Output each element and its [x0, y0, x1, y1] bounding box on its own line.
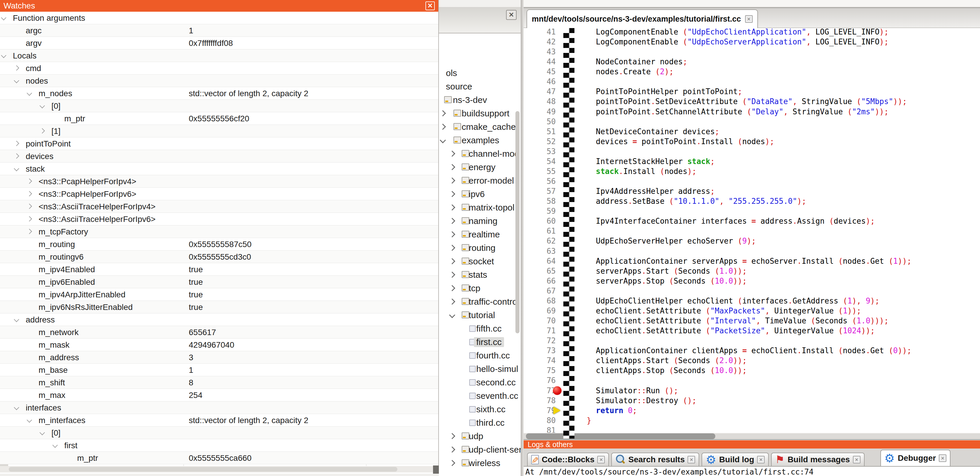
watch-row[interactable]: m_routingv60x5555555cd3c0 [0, 251, 438, 263]
code-line-77[interactable]: 77 Simulator::Run (); [523, 386, 980, 396]
breakpoint-icon[interactable] [553, 386, 562, 395]
watch-row[interactable]: m_ipv4Enabledtrue [0, 263, 438, 276]
line-number[interactable]: 68 [523, 296, 556, 306]
code-line-55[interactable]: 55 stack.Install (nodes); [523, 166, 980, 176]
chevron-right-icon[interactable] [449, 204, 455, 211]
code-line-67[interactable]: 67 [523, 286, 980, 296]
code-line-54[interactable]: 54 InternetStackHelper stack; [523, 157, 980, 166]
code-line-52[interactable]: 52 devices = pointToPoint.Install (nodes… [523, 137, 980, 147]
chevron-down-icon[interactable] [449, 312, 455, 318]
tree-item-fourth-cc[interactable]: fourth.cc [439, 349, 521, 363]
tree-item-label[interactable]: matrix-topol [469, 203, 515, 212]
tree-item-label[interactable]: realtime [469, 230, 500, 240]
line-number[interactable]: 60 [523, 216, 556, 226]
chevron-down-icon[interactable] [27, 417, 32, 422]
tree-item-wireless[interactable]: wireless [439, 457, 521, 470]
line-number[interactable]: 73 [523, 346, 556, 356]
line-number[interactable]: 78 [523, 396, 556, 406]
tree-item-label[interactable]: tutorial [469, 310, 495, 320]
tree-item-second-cc[interactable]: second.cc [439, 376, 521, 390]
chevron-down-icon[interactable] [14, 78, 19, 83]
code-line-60[interactable]: 60 Ipv4InterfaceContainer interfaces = a… [523, 216, 980, 226]
line-number[interactable]: 70 [523, 316, 556, 326]
watch-row[interactable]: argc1 [0, 24, 438, 37]
watch-row[interactable]: cmd [0, 62, 438, 75]
line-number[interactable]: 53 [523, 147, 556, 157]
watch-row[interactable]: [0] [0, 100, 438, 112]
watch-row[interactable]: m_nodesstd::vector of length 2, capacity… [0, 87, 438, 100]
code-line-57[interactable]: 57 Ipv4AddressHelper address; [523, 186, 980, 196]
tree-item-fifth-cc[interactable]: fifth.cc [439, 322, 521, 335]
chevron-down-icon[interactable] [14, 317, 19, 322]
tree-item-label[interactable]: udp [469, 431, 483, 441]
tree-item-label[interactable]: buildsupport [462, 109, 509, 118]
tree-item-buildsupport[interactable]: buildsupport [439, 107, 521, 120]
line-number[interactable]: 63 [523, 246, 556, 256]
chevron-right-icon[interactable] [14, 153, 19, 158]
chevron-down-icon[interactable] [52, 442, 57, 448]
tree-item-label[interactable]: udp-client-ser [469, 445, 521, 455]
logs-tab-search-results[interactable]: Search results✕ [611, 453, 699, 466]
line-number[interactable]: 65 [523, 266, 556, 276]
line-number[interactable]: 47 [523, 86, 556, 96]
watch-row[interactable]: m_tcpFactory [0, 225, 438, 238]
line-number[interactable]: 50 [523, 117, 556, 126]
line-number[interactable]: 51 [523, 126, 556, 137]
tree-item-label[interactable]: wireless [469, 458, 500, 468]
watch-row[interactable]: m_address3 [0, 351, 438, 364]
line-number[interactable]: 77 [523, 386, 556, 396]
chevron-right-icon[interactable] [440, 124, 446, 130]
tree-item-naming[interactable]: naming [439, 215, 521, 228]
code-line-42[interactable]: 42 LogComponentEnable ("UdpEchoServerApp… [523, 37, 980, 47]
tree-item-label[interactable]: seventh.cc [476, 391, 518, 401]
tree-item-label[interactable]: ipv6 [469, 189, 485, 199]
logs-tab-debugger[interactable]: ⚙Debugger✕ [880, 450, 951, 466]
watch-row[interactable]: m_ipv6Enabledtrue [0, 276, 438, 288]
chevron-right-icon[interactable] [14, 65, 19, 70]
code-line-59[interactable]: 59 [523, 206, 980, 216]
watch-row[interactable]: m_routing0x555555587c50 [0, 238, 438, 251]
code-line-46[interactable]: 46 [523, 77, 980, 86]
code-line-48[interactable]: 48 pointToPoint.SetDeviceAttribute ("Dat… [523, 96, 980, 106]
code-line-47[interactable]: 47 PointToPointHelper pointToPoint; [523, 86, 980, 96]
tree-item-sixth-cc[interactable]: sixth.cc [439, 403, 521, 416]
tree-item-ipv6[interactable]: ipv6 [439, 188, 521, 201]
chevron-right-icon[interactable] [449, 191, 455, 197]
tree-item-label[interactable]: fourth.cc [476, 351, 510, 361]
logs-tab-build-log[interactable]: ⚙Build log✕ [702, 453, 769, 466]
chevron-right-icon[interactable] [449, 177, 455, 184]
tree-item-ols[interactable]: ols [439, 67, 521, 80]
tree-item-source[interactable]: source [439, 80, 521, 94]
chevron-right-icon[interactable] [27, 191, 32, 196]
panel-splitter[interactable] [521, 0, 523, 476]
tree-item-label[interactable]: stats [469, 270, 487, 280]
watches-horizontal-scrollbar[interactable] [0, 466, 438, 473]
tree-item-label[interactable]: routing [469, 243, 496, 253]
logs-tab-code-blocks[interactable]: Code::Blocks✕ [527, 453, 609, 466]
code-line-78[interactable]: 78 Simulator::Destroy (); [523, 396, 980, 406]
tree-item-cmake-cache[interactable]: cmake_cache [439, 120, 521, 134]
code-line-53[interactable]: 53 [523, 147, 980, 157]
line-number[interactable]: 69 [523, 306, 556, 316]
code-line-70[interactable]: 70 echoClient.SetAttribute ("Interval", … [523, 316, 980, 326]
watch-row[interactable]: m_ptr0x55555556cf20 [0, 112, 438, 125]
line-number[interactable]: 48 [523, 96, 556, 106]
tree-item-energy[interactable]: energy [439, 161, 521, 174]
line-number[interactable]: 61 [523, 226, 556, 236]
tree-item-label[interactable]: tcp [469, 283, 480, 293]
tree-item-seventh-cc[interactable]: seventh.cc [439, 390, 521, 403]
watch-row[interactable]: [1] [0, 125, 438, 137]
tree-item-label[interactable]: third.cc [476, 418, 504, 428]
code-line-58[interactable]: 58 address.SetBase ("10.1.1.0", "255.255… [523, 196, 980, 206]
tree-item-channel-mod[interactable]: channel-mod [439, 147, 521, 161]
tree-item-label[interactable]: first.cc [474, 337, 504, 347]
tree-item-label[interactable]: traffic-contro [469, 297, 517, 307]
tree-item-label[interactable]: error-model [469, 176, 514, 186]
chevron-right-icon[interactable] [449, 446, 455, 453]
watch-row[interactable]: <ns3::AsciiTraceHelperForIpv4> [0, 200, 438, 213]
close-icon[interactable]: ✕ [506, 10, 517, 20]
chevron-right-icon[interactable] [449, 285, 455, 291]
watch-row[interactable]: m_mask4294967040 [0, 339, 438, 351]
watch-row[interactable]: address [0, 313, 438, 326]
tree-vertical-scrollbar[interactable] [515, 111, 520, 333]
